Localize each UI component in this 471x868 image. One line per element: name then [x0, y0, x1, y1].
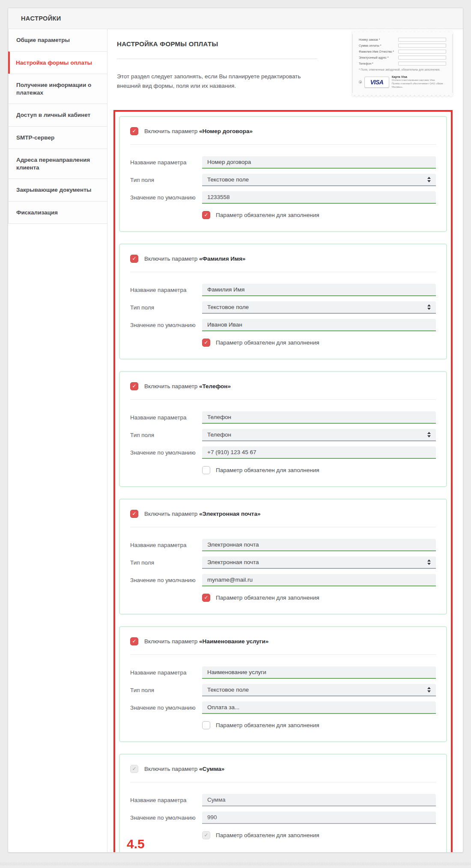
field-type-select[interactable]: Текстовое поле	[202, 684, 436, 696]
default-value-input	[202, 812, 436, 824]
enable-checkbox[interactable]	[130, 382, 138, 390]
field-type-label: Тип поля	[130, 687, 202, 693]
default-value-input[interactable]	[202, 702, 436, 714]
field-type-select[interactable]: Электронная почта	[202, 556, 436, 569]
title-divider	[117, 59, 317, 59]
enable-label: Включить параметр «Электронная почта»	[144, 511, 260, 517]
preview-required-note: * Поля, отмеченные звёздочкой, обязатель…	[359, 68, 446, 71]
param-name-input	[202, 794, 436, 806]
preview-input	[398, 44, 446, 48]
receipt-zigzag-bottom	[352, 93, 453, 96]
required-label: Параметр обязателен для заполнения	[216, 212, 319, 218]
preview-input	[398, 50, 446, 54]
sidebar-item-closing-docs[interactable]: Закрывающие документы	[8, 178, 107, 202]
default-value-input[interactable]	[202, 319, 436, 331]
enable-label: Включить параметр «Сумма»	[144, 766, 224, 772]
enable-checkbox[interactable]	[130, 510, 138, 518]
field-type-label: Тип поля	[130, 177, 202, 183]
preview-field-label: Фамилия Имя Отчество *	[359, 50, 394, 53]
param-name-label: Название параметра	[130, 287, 202, 293]
block-divider	[130, 654, 436, 655]
required-label: Параметр обязателен для заполнения	[216, 467, 319, 473]
field-type-label: Тип поля	[130, 304, 202, 311]
param-name-input[interactable]	[202, 156, 436, 169]
sidebar-item-account-access[interactable]: Доступ в личный кабинет	[8, 104, 107, 127]
preview-field-label: Телефон *	[359, 62, 373, 65]
required-checkbox-disabled	[202, 831, 210, 839]
sidebar-item-payment-form[interactable]: Настройка формы оплаты	[8, 51, 107, 74]
required-label: Параметр обязателен для заполнения	[216, 722, 319, 728]
preview-input	[398, 62, 446, 65]
section-description: Этот раздел следует заполнять, если Вы п…	[117, 72, 322, 91]
page-title: НАСТРОЙКИ	[8, 8, 463, 29]
required-checkbox[interactable]	[202, 721, 210, 729]
field-type-select[interactable]: Телефон	[202, 429, 436, 441]
default-value-label: Значение по умолчанию	[130, 322, 202, 328]
param-name-label: Название параметра	[130, 414, 202, 421]
main-content: НАСТРОЙКА ФОРМЫ ОПЛАТЫ Номер заказа * Су…	[107, 29, 463, 852]
preview-method-line: Приём платежей обеспечивает ОАО «Банк Мо…	[392, 82, 446, 89]
enable-checkbox[interactable]	[130, 127, 138, 135]
field-type-label: Тип поля	[130, 432, 202, 438]
settings-window: НАСТРОЙКИ Общие параметры Настройка форм…	[8, 8, 463, 853]
block-divider	[130, 272, 436, 272]
preview-field-label: Сумма оплаты *	[359, 44, 381, 47]
required-checkbox[interactable]	[202, 594, 210, 602]
block-divider	[130, 399, 436, 400]
preview-field-label: Номер заказа *	[359, 38, 380, 41]
sidebar-item-payment-info[interactable]: Получение информации о платежах	[8, 74, 107, 104]
visa-logo: VISA	[364, 77, 389, 88]
required-label: Параметр обязателен для заполнения	[216, 832, 319, 838]
param-block-full-name: Включить параметр «Фамилия Имя» Название…	[119, 244, 447, 360]
preview-method-line: Оплата пластиковыми картами Visa.	[392, 78, 446, 82]
param-name-input[interactable]	[202, 284, 436, 296]
preview-input	[398, 56, 446, 59]
sidebar-item-fiscalization[interactable]: Фискализация	[8, 201, 107, 224]
preview-input	[398, 38, 446, 42]
enable-label: Включить параметр «Наименование услуги»	[144, 638, 268, 645]
default-value-label: Значение по умолчанию	[130, 577, 202, 583]
field-type-label: Тип поля	[130, 559, 202, 566]
required-label: Параметр обязателен для заполнения	[216, 339, 319, 346]
param-name-input[interactable]	[202, 539, 436, 551]
sidebar-item-general[interactable]: Общие параметры	[8, 29, 107, 52]
param-name-label: Название параметра	[130, 797, 202, 803]
enable-label: Включить параметр «Номер договора»	[144, 128, 253, 134]
preview-radio	[359, 80, 362, 83]
required-label: Параметр обязателен для заполнения	[216, 595, 319, 601]
default-value-input[interactable]	[202, 446, 436, 459]
block-divider	[130, 782, 436, 782]
param-name-label: Название параметра	[130, 159, 202, 166]
param-block-email: Включить параметр «Электронная почта» На…	[119, 499, 447, 615]
sidebar: Общие параметры Настройка формы оплаты П…	[8, 29, 107, 852]
sidebar-filler	[8, 224, 107, 852]
field-type-select[interactable]: Текстовое поле	[202, 301, 436, 314]
default-value-input[interactable]	[202, 574, 436, 586]
field-type-select[interactable]: Текстовое поле	[202, 174, 436, 186]
block-divider	[130, 144, 436, 145]
default-value-input[interactable]	[202, 191, 436, 204]
param-block-contract-number: Включить параметр «Номер договора» Назва…	[119, 116, 447, 232]
sidebar-item-redirect[interactable]: Адреса перенаправления клиента	[8, 149, 107, 179]
param-name-input[interactable]	[202, 411, 436, 424]
required-checkbox[interactable]	[202, 466, 210, 474]
param-block-service-name: Включить параметр «Наименование услуги» …	[119, 626, 447, 742]
default-value-label: Значение по умолчанию	[130, 194, 202, 201]
param-name-label: Название параметра	[130, 542, 202, 548]
enable-label: Включить параметр «Телефон»	[144, 383, 231, 389]
enable-checkbox[interactable]	[130, 255, 138, 263]
default-value-label: Значение по умолчанию	[130, 814, 202, 821]
annotation-step-4-5: 4.5	[127, 838, 145, 850]
preview-method-title: Карта Visa	[392, 75, 446, 78]
sidebar-item-smtp[interactable]: SMTP-сервер	[8, 126, 107, 149]
required-checkbox[interactable]	[202, 211, 210, 219]
param-name-input[interactable]	[202, 666, 436, 679]
required-checkbox[interactable]	[202, 339, 210, 347]
enable-checkbox[interactable]	[130, 637, 138, 645]
default-value-label: Значение по умолчанию	[130, 449, 202, 456]
annotation-box-parameters: Включить параметр «Номер договора» Назва…	[113, 110, 453, 853]
block-divider	[130, 527, 436, 527]
receipt-zigzag-top	[352, 31, 453, 34]
param-block-amount: Включить параметр «Сумма» Название парам…	[119, 754, 447, 853]
payment-form-preview: Номер заказа * Сумма оплаты * Фамилия Им…	[352, 31, 453, 96]
